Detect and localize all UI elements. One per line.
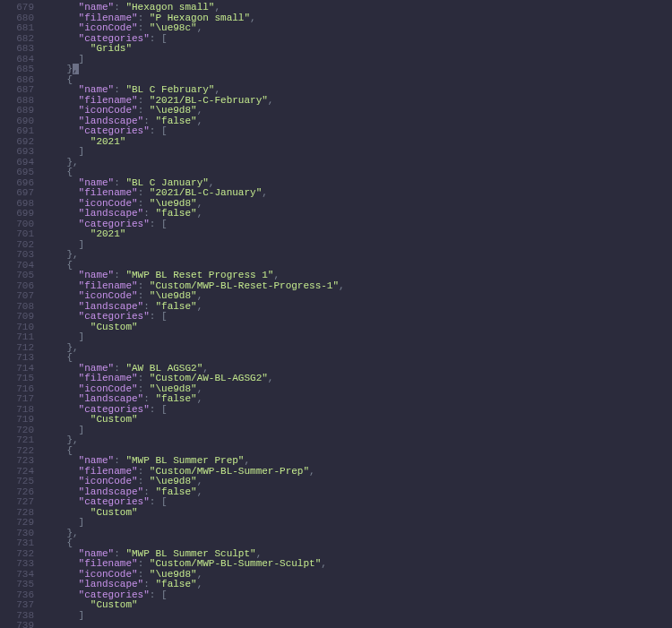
- code-line[interactable]: [43, 621, 345, 628]
- code-line[interactable]: },: [43, 65, 345, 75]
- code-line[interactable]: ]: [43, 426, 345, 436]
- code-line[interactable]: "2021": [43, 229, 345, 240]
- line-number: 689: [0, 106, 34, 116]
- line-number: 699: [0, 209, 34, 219]
- code-line[interactable]: ]: [43, 332, 345, 343]
- line-number: 729: [0, 518, 34, 529]
- line-number: 723: [0, 456, 34, 467]
- line-number: 685: [0, 65, 34, 75]
- line-number: 731: [0, 538, 34, 549]
- line-number: 693: [0, 147, 34, 158]
- code-line[interactable]: },: [43, 529, 345, 539]
- code-line[interactable]: "2021": [43, 137, 345, 148]
- code-line[interactable]: },: [43, 435, 345, 446]
- code-line[interactable]: },: [43, 158, 345, 168]
- line-number: 713: [0, 353, 34, 364]
- line-number: 727: [0, 497, 34, 508]
- line-number: 721: [0, 435, 34, 446]
- code-line[interactable]: "Custom": [43, 415, 345, 426]
- line-number: 701: [0, 229, 34, 240]
- line-number: 695: [0, 168, 34, 178]
- line-number: 709: [0, 312, 34, 323]
- line-number: 691: [0, 126, 34, 137]
- code-line[interactable]: "categories": [: [43, 126, 345, 137]
- line-number: 679: [0, 3, 34, 13]
- code-line[interactable]: "categories": [: [43, 497, 345, 508]
- line-number: 697: [0, 188, 34, 199]
- line-number-gutter: 6796806816826836846856866876886896906916…: [0, 0, 39, 628]
- line-number: 687: [0, 85, 34, 96]
- code-line[interactable]: ]: [43, 611, 345, 622]
- code-line[interactable]: ]: [43, 147, 345, 158]
- code-line[interactable]: },: [43, 343, 345, 354]
- line-number: 717: [0, 394, 34, 405]
- line-number: 715: [0, 374, 34, 384]
- line-number: 683: [0, 44, 34, 55]
- code-line[interactable]: },: [43, 250, 345, 261]
- line-number: 705: [0, 271, 34, 281]
- line-number: 703: [0, 250, 34, 261]
- code-line[interactable]: "Custom": [43, 600, 345, 611]
- code-line[interactable]: ]: [43, 518, 345, 529]
- line-number: 739: [0, 621, 34, 628]
- line-number: 681: [0, 23, 34, 34]
- line-number: 737: [0, 600, 34, 611]
- code-area[interactable]: "name": "Hexagon small", "filename": "P …: [39, 0, 345, 628]
- line-number: 719: [0, 415, 34, 426]
- code-line[interactable]: "Grids": [43, 44, 345, 55]
- line-number: 707: [0, 291, 34, 302]
- line-number: 733: [0, 559, 34, 570]
- code-line[interactable]: "categories": [: [43, 312, 345, 323]
- line-number: 735: [0, 580, 34, 590]
- code-line[interactable]: ]: [43, 55, 345, 65]
- line-number: 725: [0, 477, 34, 487]
- code-line[interactable]: "Custom": [43, 508, 345, 519]
- line-number: 711: [0, 332, 34, 343]
- code-line[interactable]: ]: [43, 240, 345, 251]
- code-editor[interactable]: 6796806816826836846856866876886896906916…: [0, 0, 672, 628]
- code-line[interactable]: "Custom": [43, 323, 345, 333]
